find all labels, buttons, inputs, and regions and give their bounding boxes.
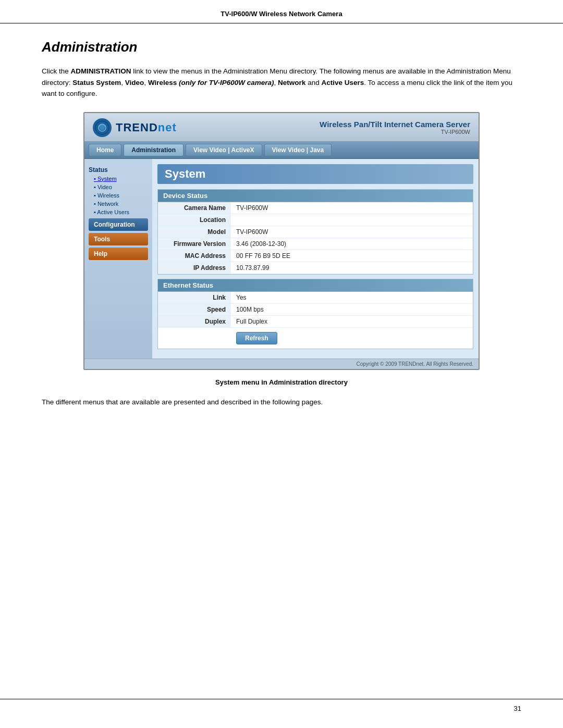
intro-comma1: ,: [121, 79, 125, 87]
cam-body: Status System Video Wireless Network Act…: [84, 159, 479, 359]
link-value: Yes: [231, 292, 473, 304]
page-number: 31: [514, 705, 521, 712]
table-row: Speed 100M bps: [158, 303, 473, 315]
trendnet-logo-icon: [93, 118, 112, 137]
intro-paragraph: Click the ADMINISTRATION link to view th…: [42, 66, 521, 100]
page-header: TV-IP600/W Wireless Network Camera: [0, 0, 563, 23]
mac-label: MAC Address: [158, 250, 231, 262]
sidebar-item-active-users[interactable]: Active Users: [84, 208, 152, 216]
nav-view-video-activex-button[interactable]: View Video | ActiveX: [186, 144, 262, 156]
cam-header: TRENDnet Wireless Pan/Tilt Internet Came…: [84, 113, 479, 142]
main-content: Administration Click the ADMINISTRATION …: [0, 34, 563, 439]
mac-value: 00 FF 76 B9 5D EE: [231, 250, 473, 262]
duplex-value: Full Duplex: [231, 315, 473, 327]
svg-point-1: [100, 125, 105, 130]
status-system-bold: Status System: [72, 79, 121, 87]
speed-value: 100M bps: [231, 303, 473, 315]
duplex-label: Duplex: [158, 315, 231, 327]
table-row: Camera Name TV-IP600W: [158, 202, 473, 214]
cam-logo-text: TRENDnet: [116, 121, 177, 134]
sidebar-tools-button[interactable]: Tools: [89, 233, 148, 245]
screenshot-caption: System menu in Administration directory: [42, 378, 521, 386]
location-label: Location: [158, 214, 231, 226]
nav-view-video-java-button[interactable]: View Video | Java: [264, 144, 332, 156]
cam-sidebar: Status System Video Wireless Network Act…: [84, 159, 152, 359]
link-label: Link: [158, 292, 231, 304]
page-footer: 31: [0, 699, 563, 718]
page-header-title: TV-IP600/W Wireless Network Camera: [221, 10, 342, 18]
cam-main-title: Wireless Pan/Tilt Internet Camera Server: [320, 120, 470, 129]
refresh-button[interactable]: Refresh: [236, 332, 277, 344]
system-title: System: [157, 164, 473, 184]
device-status-section: Device Status Camera Name TV-IP600W Loca…: [157, 189, 473, 275]
cam-nav: Home Administration View Video | ActiveX…: [84, 142, 479, 159]
sidebar-configuration-button[interactable]: Configuration: [89, 218, 148, 231]
page-title: Administration: [42, 39, 521, 55]
device-status-table: Camera Name TV-IP600W Location Model TV-…: [158, 202, 473, 274]
wireless-bold: Wireless (only for TV-IP600W camera): [148, 79, 274, 87]
cam-title-right: Wireless Pan/Tilt Internet Camera Server…: [320, 120, 470, 135]
table-row: Model TV-IP600W: [158, 226, 473, 238]
screenshot-container: TRENDnet Wireless Pan/Tilt Internet Came…: [83, 112, 480, 370]
active-users-bold: Active Users: [321, 79, 364, 87]
speed-label: Speed: [158, 303, 231, 315]
sidebar-status-label: Status: [84, 163, 152, 175]
refresh-row: Refresh: [158, 328, 473, 349]
sidebar-item-video[interactable]: Video: [84, 183, 152, 191]
table-row: Duplex Full Duplex: [158, 315, 473, 327]
description-text: The different menus that are available a…: [42, 397, 521, 408]
sidebar-item-system[interactable]: System: [84, 175, 152, 183]
location-value: [231, 214, 473, 226]
sidebar-help-button[interactable]: Help: [89, 248, 148, 260]
camera-name-label: Camera Name: [158, 202, 231, 214]
nav-home-button[interactable]: Home: [89, 144, 121, 156]
table-row: Firmware Version 3.46 (2008-12-30): [158, 238, 473, 250]
table-row: MAC Address 00 FF 76 B9 5D EE: [158, 250, 473, 262]
nav-administration-button[interactable]: Administration: [124, 144, 183, 156]
admin-bold: ADMINISTRATION: [71, 67, 131, 75]
cam-logo: TRENDnet: [93, 118, 177, 137]
model-value: TV-IP600W: [231, 226, 473, 238]
sidebar-item-network[interactable]: Network: [84, 200, 152, 208]
table-row: Link Yes: [158, 292, 473, 304]
ip-value: 10.73.87.99: [231, 262, 473, 274]
sidebar-item-wireless[interactable]: Wireless: [84, 191, 152, 200]
firmware-value: 3.46 (2008-12-30): [231, 238, 473, 250]
cam-model: TV-IP600W: [320, 129, 470, 135]
network-bold: Network: [278, 79, 305, 87]
wireless-italic: (only for TV-IP600W camera): [179, 79, 274, 87]
device-status-title: Device Status: [158, 190, 473, 202]
firmware-label: Firmware Version: [158, 238, 231, 250]
ip-label: IP Address: [158, 262, 231, 274]
cam-main-panel: System Device Status Camera Name TV-IP60…: [152, 159, 479, 359]
ethernet-status-section: Ethernet Status Link Yes Speed 100M bps …: [157, 279, 473, 349]
table-row: Location: [158, 214, 473, 226]
ethernet-status-title: Ethernet Status: [158, 279, 473, 292]
cam-footer: Copyright © 2009 TRENDnet. All Rights Re…: [84, 359, 479, 369]
video-bold: Video: [125, 79, 144, 87]
ethernet-status-table: Link Yes Speed 100M bps Duplex Full Dupl…: [158, 292, 473, 328]
camera-name-value: TV-IP600W: [231, 202, 473, 214]
model-label: Model: [158, 226, 231, 238]
table-row: IP Address 10.73.87.99: [158, 262, 473, 274]
